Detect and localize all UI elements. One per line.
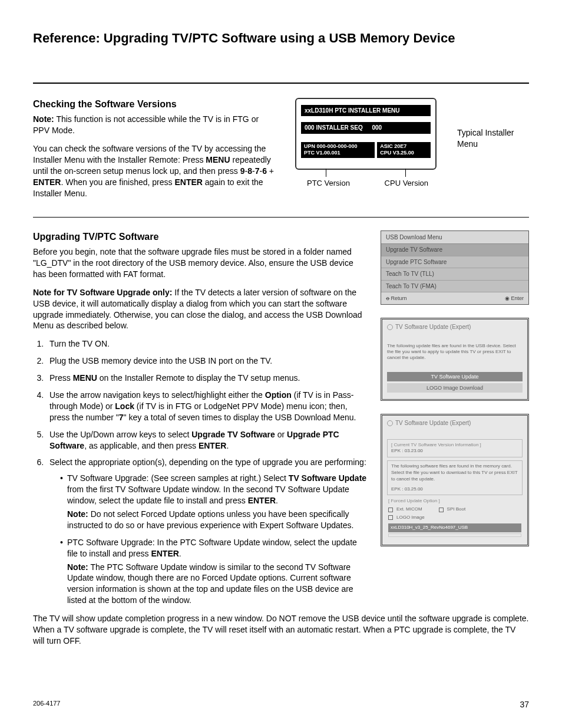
checkbox-icon — [388, 515, 393, 520]
installer-menu-mock: xxLD310H PTC INSTALLER MENU 000 INSTALLE… — [295, 98, 437, 170]
installer-cpu: CPU V3.25.00 — [380, 150, 428, 157]
page-number: 37 — [520, 699, 529, 710]
step-6: Select the appropriate option(s), depend… — [46, 457, 369, 606]
body-text: You can check the software versions of t… — [33, 143, 275, 199]
tv2-opt-logo: LOGO Image — [396, 515, 425, 521]
side-caption: Typical Installer Menu — [457, 127, 529, 150]
usb-item-teach-tll: Teach To TV (TLL) — [381, 268, 528, 281]
usb-return-label: ꝋ Return — [386, 295, 407, 302]
doc-number: 206-4177 — [33, 699, 61, 710]
tv2-file-row: xxLD310H_v3_25_RevNo4697_USB — [388, 523, 521, 532]
checkbox-icon — [439, 508, 444, 512]
divider-thin — [33, 217, 529, 218]
tv-update-window-2: TV Software Update (Expert) [ Current TV… — [381, 414, 529, 546]
usb-item-upgrade-tv: Upgrade TV Software — [381, 244, 528, 256]
tv2-message: The following software files are found i… — [391, 463, 518, 482]
checkbox-icon — [388, 508, 393, 512]
tv2-empty-row — [388, 533, 521, 537]
intro-p2: Note for TV Software Upgrade only: If th… — [33, 287, 369, 332]
gear-icon — [387, 420, 393, 426]
usb-menu-title: USB Download Menu — [381, 231, 528, 244]
tv1-btn-update: TV Software Update — [387, 372, 523, 381]
intro-p1: Before you begin, note that the software… — [33, 246, 369, 280]
tv2-current-version: EPK : 03.23.00 — [391, 448, 518, 454]
step-6a: TV Software Upgrade: (See screen samples… — [60, 473, 369, 531]
tv1-message: The following update files are found in … — [387, 343, 523, 361]
usb-item-teach-fma: Teach To TV (FMA) — [381, 281, 528, 293]
tail-paragraph: The TV will show update completion progr… — [33, 613, 529, 647]
step-5: Use the Up/Down arrow keys to select Upg… — [46, 429, 369, 452]
section-heading-upgrading: Upgrading TV/PTC Software — [33, 230, 369, 243]
installer-upn: UPN 000-000-000-000 — [304, 143, 372, 150]
steps-list: Turn the TV ON. Plug the USB memory devi… — [46, 338, 369, 606]
tv2-opt-micom: Ext. MICOM — [396, 506, 422, 513]
installer-title: xxLD310H PTC INSTALLER MENU — [301, 105, 431, 117]
step-2: Plug the USB memory device into the USB … — [46, 355, 369, 367]
tv2-title: TV Software Update (Expert) — [395, 419, 471, 427]
gear-icon — [387, 324, 393, 330]
installer-seq-label: 000 INSTALLER SEQ — [305, 124, 372, 132]
installer-asic: ASIC 20E7 — [380, 143, 428, 150]
installer-seq-value: 000 — [372, 124, 427, 132]
tv2-new-version: EPK : 03.25.00 — [391, 486, 518, 493]
divider — [33, 83, 529, 84]
step-6b: PTC Software Upgrade: In the PTC Softwar… — [60, 537, 369, 606]
tv2-current-header: [ Current TV Software Version Informatio… — [391, 442, 518, 449]
tv2-opt-spi: SPI Boot — [447, 506, 466, 513]
usb-enter-label: ◉ Enter — [505, 295, 524, 302]
section-heading-checking: Checking the Software Versions — [33, 98, 275, 111]
usb-item-upgrade-ptc: Upgrade PTC Software — [381, 256, 528, 269]
usb-download-menu-mock: USB Download Menu Upgrade TV Software Up… — [381, 230, 529, 305]
tv1-btn-logo: LOGO Image Download — [387, 383, 523, 393]
tv2-forced-header: [ Forced Update Option ] — [388, 498, 521, 505]
tv-update-window-1: TV Software Update (Expert) The followin… — [381, 318, 529, 401]
tv1-title: TV Software Update (Expert) — [395, 323, 471, 331]
note-text: Note: This function is not accessible wh… — [33, 114, 275, 136]
installer-ptc: PTC V1.00.001 — [304, 150, 372, 157]
page-title: Reference: Upgrading TV/PTC Software usi… — [33, 29, 529, 47]
ptc-version-label: PTC Version — [307, 178, 350, 189]
step-1: Turn the TV ON. — [46, 338, 369, 350]
step-3: Press MENU on the Installer Remote to di… — [46, 373, 369, 384]
cpu-version-label: CPU Version — [385, 178, 428, 189]
step-4: Use the arrow navigation keys to select/… — [46, 390, 369, 423]
